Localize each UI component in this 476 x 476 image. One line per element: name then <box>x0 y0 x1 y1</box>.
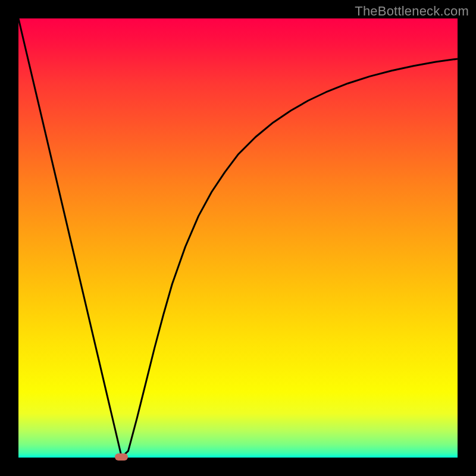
watermark-text: TheBottleneck.com <box>355 4 469 19</box>
bottleneck-curve <box>18 18 458 457</box>
plot-area <box>18 18 458 458</box>
curve-layer <box>18 18 458 458</box>
chart-frame: TheBottleneck.com <box>0 0 476 476</box>
optimal-marker <box>115 453 128 461</box>
